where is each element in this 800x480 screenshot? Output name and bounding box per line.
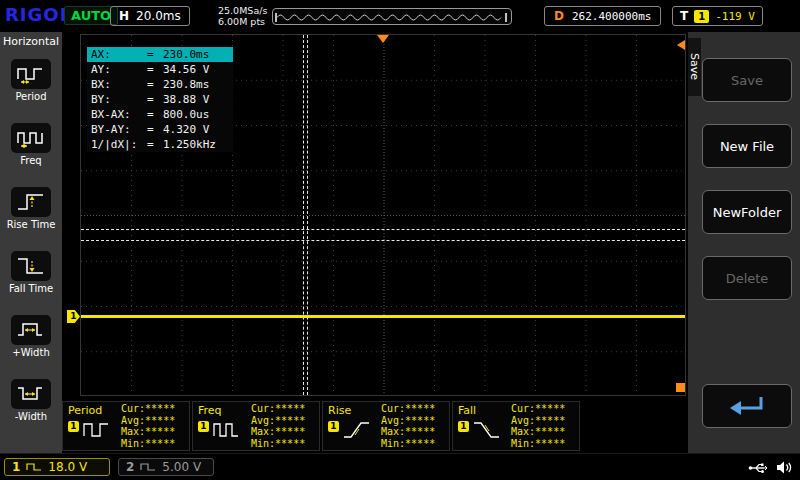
trigger-label: T [680,9,688,23]
trigger-level-value: -119 V [715,10,755,23]
cursor-readout-box: AX: = 230.0ms AY: = 34.56 V BX: = 230.8m… [87,47,233,152]
menu-item-pos-width[interactable]: +Width [0,304,62,368]
usb-icon [748,460,768,479]
channel2-status[interactable]: 2 5.00 V [118,458,214,476]
acquisition-readout: 25.0MSa/s 6.00M pts [218,5,267,27]
cursor-row-by-ay: BY-AY: = 4.320 V [87,122,233,137]
menu-item-label: Freq [20,156,41,166]
memory-position-marker [676,383,685,392]
new-folder-button[interactable]: NewFolder [702,190,792,234]
delete-button[interactable]: Delete [702,256,792,300]
measurement-min: Min:***** [121,438,175,450]
pos-width-icon [11,315,51,345]
trigger-level-offscreen-marker [677,40,685,50]
measurement-avg: Avg:***** [381,415,435,427]
delay-value: 262.400000ms [572,10,651,23]
speaker-icon [776,460,792,479]
horizontal-scale-value: 20.0ms [136,9,181,23]
channel2-number: 2 [126,460,134,474]
period-measure-icon [82,420,112,444]
channel1-status[interactable]: 1 18.0 V [4,458,110,476]
cursor-b-y-line[interactable] [81,229,685,230]
measurement-max: Max:***** [251,426,305,438]
cursor-row-bx: BX: = 230.8ms [87,77,233,92]
cursor-row-label: 1/|dX|: [91,137,147,152]
horizontal-scale-readout: H 20.0ms [110,6,190,26]
measurement-cur: Cur:***** [381,403,435,415]
measurement-min: Min:***** [381,438,435,450]
menu-item-label: +Width [12,348,49,358]
measurement-name: Period [68,404,102,417]
waveform-preview-strip [272,8,512,25]
back-button[interactable] [702,384,792,428]
cursor-row-value: 800.0us [163,107,209,122]
channel1-scale: 18.0 V [48,460,87,474]
measurement-values: Cur:***** Avg:***** Max:***** Min:***** [251,403,305,449]
equals-sign: = [147,47,163,62]
measurement-avg: Avg:***** [251,415,305,427]
left-menu-title: Horizontal [0,32,62,48]
measurement-channel-badge: 1 [198,421,209,432]
menu-item-label: Rise Time [7,220,56,230]
neg-width-icon [11,379,51,409]
measurement-panel-period: Period 1 Cur:***** Avg:***** Max:***** M… [62,401,190,451]
trigger-position-marker[interactable] [377,35,389,43]
cursor-row-label: AY: [91,62,147,77]
menu-item-fall-time[interactable]: Fall Time [0,240,62,304]
menu-item-period[interactable]: Period [0,48,62,112]
measurement-channel-badge: 1 [328,421,339,432]
channel1-ground-marker[interactable]: 1 [67,310,80,323]
measurement-name: Fall [458,404,476,417]
cursor-b-x-line[interactable] [307,35,308,395]
cursor-row-label: BX-AX: [91,107,147,122]
save-button[interactable]: Save [702,58,792,102]
cursor-row-value: 34.56 V [163,62,209,77]
cursor-row-value: 4.320 V [163,122,209,137]
new-file-button[interactable]: New File [702,124,792,168]
measurement-panel-rise: Rise 1 Cur:***** Avg:***** Max:***** Min… [322,401,450,451]
rise-time-icon [11,187,51,217]
trigger-source-badge: 1 [694,10,709,23]
channel-status-bar: 1 18.0 V 2 5.00 V [0,453,800,480]
cursor-row-value: 230.0ms [163,47,209,62]
return-arrow-icon [725,393,769,419]
measurement-cur: Cur:***** [251,403,305,415]
fall-time-icon [11,251,51,281]
cursor-row-bx-ax: BX-AX: = 800.0us [87,107,233,122]
channel1-number: 1 [12,460,20,474]
cursor-a-y-line[interactable] [81,240,685,241]
measurement-values: Cur:***** Avg:***** Max:***** Min:***** [511,403,565,449]
menu-item-label: Fall Time [9,284,53,294]
measurement-cur: Cur:***** [121,403,175,415]
delay-label: D [554,9,564,23]
cursor-row-value: 230.8ms [163,77,209,92]
memory-depth: 6.00M pts [218,16,267,27]
channel2-scale: 5.00 V [162,460,201,474]
waveform-display: 1 AX: = 230.0ms AY: = 34.56 V BX: = 230.… [80,34,686,396]
menu-item-neg-width[interactable]: -Width [0,368,62,432]
equals-sign: = [147,137,163,152]
measurement-channel-badge: 1 [68,421,79,432]
equals-sign: = [147,92,163,107]
freq-icon [11,123,51,153]
save-menu-tab: Save [688,38,701,96]
channel2-coupling-icon [140,462,156,472]
menu-item-label: -Width [15,412,47,422]
cursor-a-x-line[interactable] [303,35,304,395]
rigol-logo: RIGOL [5,4,72,25]
cursor-row-label: BX: [91,77,147,92]
fall-measure-icon [472,420,502,444]
equals-sign: = [147,62,163,77]
measurement-min: Min:***** [511,438,565,450]
menu-item-rise-time[interactable]: Rise Time [0,176,62,240]
cursor-row-value: 1.250kHz [163,137,216,152]
equals-sign: = [147,107,163,122]
measurement-max: Max:***** [511,426,565,438]
menu-item-freq[interactable]: Freq [0,112,62,176]
measurement-name: Freq [198,404,222,417]
measurement-max: Max:***** [381,426,435,438]
measurement-name: Rise [328,404,351,417]
measurement-strip: Period 1 Cur:***** Avg:***** Max:***** M… [62,401,580,451]
preview-wave-icon [273,11,509,24]
cursor-row-ay: AY: = 34.56 V [87,62,233,77]
